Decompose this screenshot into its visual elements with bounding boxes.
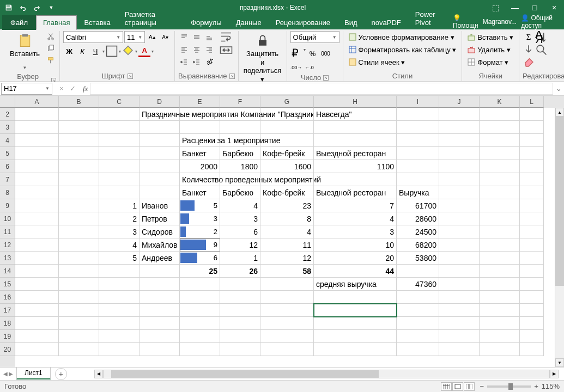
row-header-18[interactable]: 18 xyxy=(0,317,15,330)
cell-B2[interactable] xyxy=(59,108,99,121)
cell-J7[interactable] xyxy=(439,173,480,186)
cell-C19[interactable] xyxy=(99,330,140,343)
cell-F8[interactable]: Барбекю xyxy=(220,186,260,199)
cell-C15[interactable] xyxy=(99,278,140,291)
formula-bar[interactable] xyxy=(90,83,553,95)
decrease-indent-icon[interactable] xyxy=(178,56,190,68)
cell-J9[interactable] xyxy=(439,199,480,212)
cell-D3[interactable] xyxy=(140,121,180,134)
cell-L10[interactable] xyxy=(520,212,544,225)
bold-button[interactable]: Ж xyxy=(63,45,75,57)
cell-E10[interactable]: 3 xyxy=(180,212,220,225)
cell-A19[interactable] xyxy=(15,330,59,343)
cell-J14[interactable] xyxy=(439,265,480,278)
delete-cells-button[interactable]: Удалить ▾ xyxy=(465,44,512,56)
cell-J8[interactable] xyxy=(439,186,480,199)
cell-C14[interactable] xyxy=(99,265,140,278)
page-layout-view-icon[interactable] xyxy=(452,382,463,391)
tab-novapdf[interactable]: novaPDF xyxy=(365,15,408,30)
row-header-4[interactable]: 4 xyxy=(0,134,15,147)
cell-E17[interactable] xyxy=(180,304,220,317)
cell-I19[interactable] xyxy=(397,330,439,343)
cell-H2[interactable] xyxy=(314,108,397,121)
cell-C16[interactable] xyxy=(99,291,140,304)
cell-G15[interactable] xyxy=(260,278,314,291)
redo-icon[interactable] xyxy=(31,1,44,14)
cell-D8[interactable] xyxy=(140,186,180,199)
cell-D9[interactable]: Иванов xyxy=(140,199,180,212)
increase-indent-icon[interactable] xyxy=(191,56,203,68)
cell-L20[interactable] xyxy=(520,343,544,356)
cell-K17[interactable] xyxy=(480,304,520,317)
cell-K12[interactable] xyxy=(480,238,520,252)
cell-E4[interactable]: Расценки за 1 мероприятие xyxy=(180,134,220,147)
cell-A17[interactable] xyxy=(15,304,59,317)
cell-B8[interactable] xyxy=(59,186,99,199)
cell-L3[interactable] xyxy=(520,121,544,134)
cell-L19[interactable] xyxy=(520,330,544,343)
row-header-9[interactable]: 9 xyxy=(0,199,15,212)
cell-I4[interactable] xyxy=(397,134,439,147)
cell-J20[interactable] xyxy=(439,343,480,356)
font-name-select[interactable]: Calibri▼ xyxy=(63,31,123,43)
protect-share-button[interactable]: Защитить и поделиться ▾ xyxy=(242,31,283,85)
cell-D2[interactable]: Праздничные мероприятия Компании "Праздн… xyxy=(140,108,180,121)
cell-L17[interactable] xyxy=(520,304,544,317)
cell-E3[interactable] xyxy=(180,121,220,134)
cell-E20[interactable] xyxy=(180,343,220,356)
cell-F18[interactable] xyxy=(220,317,260,330)
align-right-icon[interactable] xyxy=(203,44,215,56)
autosum-icon[interactable]: Σ xyxy=(523,31,535,43)
col-header-B[interactable]: B xyxy=(59,96,99,108)
cell-F19[interactable] xyxy=(220,330,260,343)
font-color-icon[interactable]: A xyxy=(138,45,150,57)
scroll-left-icon[interactable]: ◀ xyxy=(94,370,103,378)
select-all-button[interactable] xyxy=(0,96,15,108)
cell-H19[interactable] xyxy=(314,330,397,343)
cell-B16[interactable] xyxy=(59,291,99,304)
col-header-L[interactable]: L xyxy=(520,96,544,108)
cell-J12[interactable] xyxy=(439,238,480,252)
cell-A10[interactable] xyxy=(15,212,59,225)
cell-C10[interactable]: 2 xyxy=(99,212,140,225)
cell-E8[interactable]: Банкет xyxy=(180,186,220,199)
cell-H20[interactable] xyxy=(314,343,397,356)
cell-F15[interactable] xyxy=(220,278,260,291)
row-header-10[interactable]: 10 xyxy=(0,212,15,225)
cell-F17[interactable] xyxy=(220,304,260,317)
col-header-G[interactable]: G xyxy=(260,96,314,108)
cell-L8[interactable] xyxy=(520,186,544,199)
cell-G17[interactable] xyxy=(260,304,314,317)
cell-A15[interactable] xyxy=(15,278,59,291)
increase-font-icon[interactable]: A▴ xyxy=(146,31,158,43)
sheet-nav-first-icon[interactable]: ◀ xyxy=(3,371,8,377)
spreadsheet-grid[interactable]: ABCDEFGHIJKL 234567891011121314151617181… xyxy=(0,96,564,367)
cell-E11[interactable]: 2 xyxy=(180,225,220,238)
cancel-formula-icon[interactable]: × xyxy=(57,84,66,93)
cell-G4[interactable] xyxy=(260,134,314,147)
cell-F11[interactable]: 6 xyxy=(220,225,260,238)
row-header-2[interactable]: 2 xyxy=(0,108,15,121)
cell-B6[interactable] xyxy=(59,160,99,173)
tab-data[interactable]: Данные xyxy=(229,15,269,30)
cell-H14[interactable]: 44 xyxy=(314,265,397,278)
tell-me[interactable]: 💡 Помощн xyxy=(453,14,478,29)
row-header-15[interactable]: 15 xyxy=(0,278,15,291)
row-header-3[interactable]: 3 xyxy=(0,121,15,134)
cell-D4[interactable] xyxy=(140,134,180,147)
cell-I8[interactable]: Выручка xyxy=(397,186,439,199)
insert-cells-button[interactable]: Вставить ▾ xyxy=(465,31,516,43)
cell-J18[interactable] xyxy=(439,317,480,330)
col-header-I[interactable]: I xyxy=(397,96,439,108)
cell-G10[interactable]: 8 xyxy=(260,212,314,225)
cell-H15[interactable]: средняя выручка xyxy=(314,278,397,291)
cell-A6[interactable] xyxy=(15,160,59,173)
cell-L13[interactable] xyxy=(520,252,544,265)
cell-E13[interactable]: 6 xyxy=(180,252,220,265)
cell-E5[interactable]: Банкет xyxy=(180,147,220,160)
cell-F2[interactable] xyxy=(220,108,260,121)
cell-I11[interactable]: 24500 xyxy=(397,225,439,238)
cell-I17[interactable] xyxy=(397,304,439,317)
cell-B10[interactable] xyxy=(59,212,99,225)
tab-file[interactable]: Файл xyxy=(2,15,36,30)
